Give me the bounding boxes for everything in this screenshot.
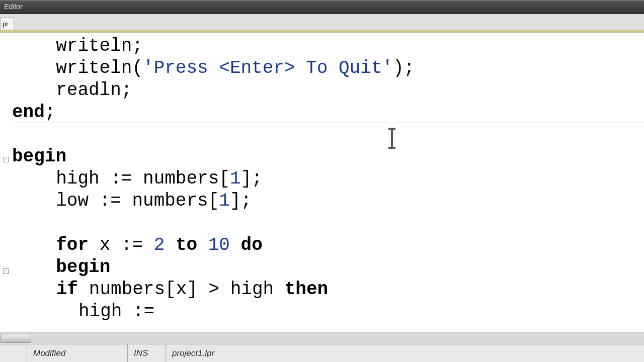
code-line: end; [12, 102, 644, 124]
title-bar: Editor [0, 0, 644, 14]
gutter[interactable]: − − [0, 33, 12, 332]
file-tab[interactable]: pr [0, 18, 14, 30]
code-line: begin [12, 146, 644, 168]
code-area[interactable]: writeln; writeln('Press <Enter> To Quit'… [12, 33, 644, 332]
code-line: if numbers[x] > high then [12, 279, 644, 301]
code-line: for x := 2 to 10 do [12, 234, 644, 256]
window-title: Editor [4, 3, 23, 11]
status-modified: Modified [27, 344, 128, 362]
code-line: readln; [12, 79, 644, 102]
fold-toggle-icon[interactable]: − [3, 268, 9, 274]
code-line: high := [12, 301, 644, 323]
code-line: writeln; [12, 35, 644, 57]
fold-toggle-icon[interactable]: − [3, 157, 9, 162]
procedure-divider [12, 123, 644, 123]
scrollbar-thumb[interactable] [0, 334, 31, 343]
code-line: low := numbers[1]; [12, 190, 644, 212]
code-line [12, 212, 644, 234]
text-cursor-icon [388, 128, 395, 149]
code-line: high := numbers[1]; [12, 168, 644, 190]
code-line [12, 124, 644, 146]
status-insert-mode[interactable]: INS [128, 344, 166, 362]
horizontal-scrollbar[interactable] [0, 332, 644, 344]
tab-label: pr [3, 20, 9, 28]
status-bar: Modified INS project1.lpr [0, 344, 644, 362]
tab-bar: pr [0, 14, 644, 30]
status-cursor-pos [0, 344, 27, 362]
code-line: writeln('Press <Enter> To Quit'); [12, 57, 644, 79]
editor[interactable]: − − writeln; writeln('Press <Enter> To Q… [0, 30, 644, 332]
code-line: begin [12, 256, 644, 279]
status-filename: project1.lpr [166, 344, 644, 362]
